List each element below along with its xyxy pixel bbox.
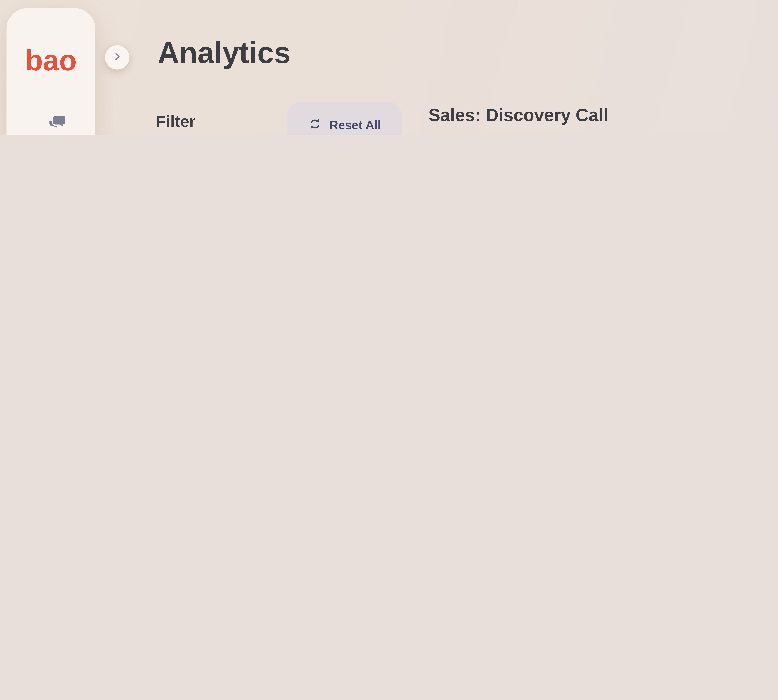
reset-all-button[interactable]: Reset All [287,102,402,135]
sidebar: bao ? [7,8,95,135]
chevron-right-icon [112,51,122,63]
section-title: Sales: Discovery Call [428,105,608,126]
refresh-icon [308,117,321,133]
bao-logo: bao [7,44,95,78]
reset-all-label: Reset All [330,118,381,132]
chat-icon[interactable] [47,113,68,134]
page-title: Analytics [158,37,290,70]
sidebar-expand-button[interactable] [105,45,129,70]
filter-title: Filter [156,112,195,131]
analytics-page: bao ? Analytics Show Conversatio [0,0,778,135]
